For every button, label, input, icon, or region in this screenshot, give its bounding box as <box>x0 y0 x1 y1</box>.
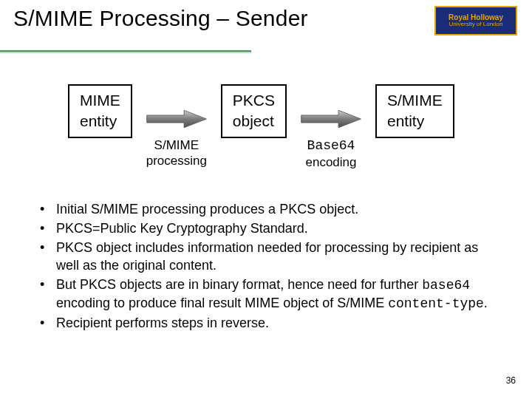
arrow-right-icon <box>146 108 208 130</box>
box2-line1: PKCS <box>233 90 275 111</box>
bullet-5: Recipient performs steps in reverse. <box>35 315 491 332</box>
bullet-2: PKCS=Public Key Cryptography Standard. <box>35 220 491 238</box>
arrow2-caption-line2: encoding <box>306 154 357 170</box>
box-pkcs-object: PKCS object <box>221 84 287 138</box>
arrow-1-col: S/MIME processing <box>132 84 221 169</box>
bullet-4-post: . <box>484 296 488 310</box>
arrow2-caption-line1: Base64 <box>307 138 355 153</box>
title-row: S/MIME Processing – Sender Royal Hollowa… <box>0 0 532 47</box>
box2-line2: object <box>233 111 275 132</box>
bullet-4-pre: But PKCS objects are in binary format, h… <box>56 277 422 292</box>
box1-line2: entity <box>80 111 120 132</box>
page-title: S/MIME Processing – Sender <box>13 6 308 31</box>
bullet-3: PKCS object includes information needed … <box>35 239 491 275</box>
box1-line1: MIME <box>80 90 120 111</box>
diagram: MIME entity S/MIME proce <box>68 84 497 170</box>
box-mime-entity: MIME entity <box>68 84 132 138</box>
bullet-4: But PKCS objects are in binary format, h… <box>35 276 491 313</box>
svg-marker-1 <box>301 110 361 128</box>
page-number: 36 <box>506 375 516 386</box>
box-smime-entity: S/MIME entity <box>375 84 454 138</box>
bullet-4-mid: encoding to produce final result MIME ob… <box>56 296 388 310</box>
arrow1-caption: S/MIME processing <box>146 137 207 169</box>
slide: S/MIME Processing – Sender Royal Hollowa… <box>0 0 532 399</box>
arrow-2-col: Base64 encoding <box>287 84 375 170</box>
arrow1-caption-line1: S/MIME <box>146 137 207 153</box>
box3-line2: entity <box>387 111 443 132</box>
logo-line2: University of London <box>449 21 503 28</box>
logo: Royal Holloway University of London <box>434 6 517 35</box>
box3-line1: S/MIME <box>387 90 443 111</box>
svg-marker-0 <box>147 110 207 128</box>
arrow1-caption-line2: processing <box>146 153 207 168</box>
bullet-1: Initial S/MIME processing produces a PKC… <box>35 201 491 219</box>
arrow-right-icon <box>300 108 362 130</box>
bullet-4-mono1: base64 <box>422 278 470 293</box>
bullet-list: Initial S/MIME processing produces a PKC… <box>35 201 491 334</box>
divider-line <box>0 50 251 53</box>
bullet-4-mono2: content-type <box>388 296 484 311</box>
arrow2-caption: Base64 encoding <box>306 137 357 170</box>
